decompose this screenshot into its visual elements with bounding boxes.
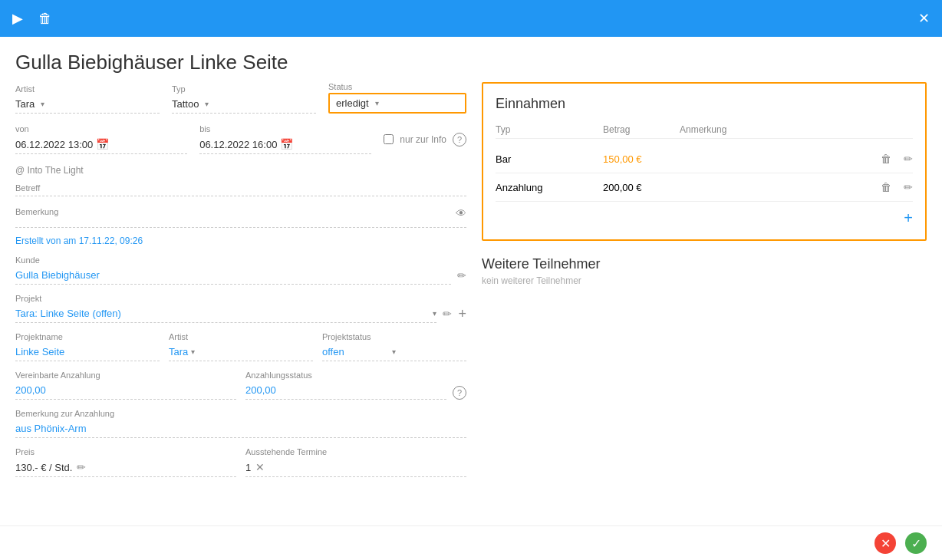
toolbar: ▶ 🗑 ✕ — [0, 0, 942, 37]
typ-label: Typ — [172, 84, 316, 94]
col-typ-header: Typ — [496, 124, 603, 135]
anzahlung-row: Vereinbarte Anzahlung 200,00 Anzahlungss… — [15, 371, 466, 400]
einnahmen-row-anzahlung: Anzahlung 200,00 € 🗑 ✏ — [496, 173, 913, 202]
einnahmen-betrag-anzahlung: 200,00 € — [603, 182, 680, 193]
page-title: Gulla Biebighäuser Linke Seite — [0, 37, 942, 82]
status-select[interactable]: erledigt offen storniert — [336, 97, 372, 109]
einnahmen-betrag-bar: 150,00 € — [603, 153, 680, 165]
projektstatus-arrow: ▾ — [392, 348, 396, 356]
ausstehende-value: 1 — [245, 462, 251, 473]
ausstehende-field: Ausstehende Termine 1 ✕ — [245, 447, 466, 477]
projektstatus-label: Projektstatus — [322, 332, 466, 341]
betreff-label: Betreff — [15, 183, 466, 196]
preis-row: Preis 130.- € / Std. ✏ Ausstehende Termi… — [15, 447, 466, 477]
keine-text: kein weiterer Teilnehmer — [482, 275, 927, 286]
ausstehende-label: Ausstehende Termine — [245, 447, 466, 456]
kunde-row: Gulla Biebighäuser ✏ — [15, 266, 466, 285]
bar-edit-icon[interactable]: ✏ — [904, 153, 913, 165]
send-icon[interactable]: ▶ — [12, 10, 23, 27]
left-panel: Artist Tara ▾ Typ Tattoo ▾ Status — [15, 82, 466, 525]
projektname-value: Linke Seite — [15, 343, 160, 361]
von-group: von 06.12.2022 13:00 📅 — [15, 124, 187, 154]
artist-projekt-field: Artist Tara ▾ — [169, 332, 313, 361]
von-value: 06.12.2022 13:00 📅 — [15, 135, 187, 154]
info-row: nur zur Info ? — [384, 133, 466, 147]
artist-group: Artist Tara ▾ — [15, 84, 160, 114]
delete-icon[interactable]: 🗑 — [38, 11, 52, 27]
einnahmen-actions-bar: 🗑 ✏ — [867, 153, 913, 165]
anzahlungsstatus-value: 200,00 — [245, 381, 446, 400]
anzahlungsstatus-field: Anzahlungsstatus 200,00 ? — [245, 371, 466, 400]
typ-dropdown-arrow: ▾ — [205, 100, 209, 108]
artist-dropdown-arrow: ▾ — [41, 100, 44, 108]
typ-value: Tattoo ▾ — [172, 95, 316, 114]
projekt-label: Projekt — [15, 294, 466, 303]
bis-label: bis — [199, 124, 371, 133]
vereinbarte-anzahlung-field: Vereinbarte Anzahlung 200,00 — [15, 371, 236, 400]
cancel-button[interactable]: ✕ — [874, 532, 896, 554]
confirm-button[interactable]: ✓ — [905, 532, 927, 554]
preis-edit-icon[interactable]: ✏ — [77, 461, 86, 473]
weitere-section: Weitere Teilnehmer kein weiterer Teilneh… — [482, 256, 927, 286]
nur-zur-info-checkbox[interactable] — [384, 134, 394, 144]
von-calendar-icon[interactable]: 📅 — [96, 138, 109, 150]
bottom-bar: ✕ ✓ — [0, 525, 942, 560]
eye-icon[interactable]: 👁 — [456, 207, 466, 219]
add-einnahmen-icon[interactable]: + — [904, 209, 913, 227]
projektstatus-select[interactable]: offen abgeschlossen — [322, 346, 389, 357]
anzahlung-edit-icon[interactable]: ✏ — [904, 181, 913, 193]
bemerkung-row: Bemerkung 👁 — [15, 207, 466, 219]
kunde-edit-icon[interactable]: ✏ — [457, 269, 466, 282]
einnahmen-header: Typ Betrag Anmerkung — [496, 121, 913, 139]
einnahmen-typ-anzahlung: Anzahlung — [496, 182, 603, 193]
artist-projekt-label: Artist — [169, 332, 313, 341]
status-label: Status — [328, 82, 466, 91]
kunde-label: Kunde — [15, 255, 466, 265]
bemerkung-label: Bemerkung — [15, 207, 456, 219]
main-container: Gulla Biebighäuser Linke Seite Artist Ta… — [0, 37, 942, 560]
col-actions-header — [867, 124, 913, 135]
artist-value: Tara ▾ — [15, 95, 160, 114]
projekt-row: Tara: Linke Seite (offen) ▾ ✏ + — [15, 305, 466, 323]
einnahmen-box: Einnahmen Typ Betrag Anmerkung Bar 150,0… — [482, 82, 927, 241]
bar-delete-icon[interactable]: 🗑 — [881, 153, 891, 165]
vereinbarte-anzahlung-label: Vereinbarte Anzahlung — [15, 371, 236, 380]
projektname-label: Projektname — [15, 332, 160, 341]
anzahlung-delete-icon[interactable]: 🗑 — [881, 181, 891, 193]
bemerkung-anzahlung-value: aus Phönix-Arm — [15, 420, 466, 438]
location-text: @ Into The Light — [15, 165, 466, 176]
typ-group: Typ Tattoo ▾ — [172, 84, 316, 114]
bis-calendar-icon[interactable]: 📅 — [280, 138, 293, 150]
von-label: von — [15, 124, 187, 133]
preis-label: Preis — [15, 447, 236, 456]
artist-projekt-arrow: ▾ — [191, 348, 195, 356]
bis-value: 06.12.2022 16:00 📅 — [199, 135, 371, 154]
status-group: Status erledigt offen storniert ▾ — [328, 82, 466, 114]
artist-projekt-value: Tara ▾ — [169, 343, 313, 361]
created-text: Erstellt von am 17.11.22, 09:26 — [15, 236, 466, 246]
anzahlungsstatus-label: Anzahlungsstatus — [245, 371, 446, 380]
projektstatus-field: Projektstatus offen abgeschlossen ▾ — [322, 332, 466, 361]
col-betrag-header: Betrag — [603, 124, 680, 135]
status-arrow: ▾ — [375, 99, 379, 107]
projekt-details-row: Projektname Linke Seite Artist Tara ▾ Pr… — [15, 332, 466, 361]
bemerkung-anzahlung-group: Bemerkung zur Anzahlung aus Phönix-Arm — [15, 409, 466, 438]
ausstehende-delete-icon[interactable]: ✕ — [255, 461, 265, 473]
einnahmen-actions-anzahlung: 🗑 ✏ — [867, 181, 913, 193]
bis-group: bis 06.12.2022 16:00 📅 — [199, 124, 371, 154]
col-anmerkung-header: Anmerkung — [680, 124, 867, 135]
einnahmen-row-bar: Bar 150,00 € 🗑 ✏ — [496, 145, 913, 173]
bemerkung-anzahlung-label: Bemerkung zur Anzahlung — [15, 409, 466, 418]
projekt-edit-icon[interactable]: ✏ — [443, 308, 452, 320]
einnahmen-typ-bar: Bar — [496, 153, 603, 165]
anzahlungsstatus-help-icon[interactable]: ? — [453, 386, 466, 400]
preis-field: Preis 130.- € / Std. ✏ — [15, 447, 236, 477]
projekt-add-icon[interactable]: + — [458, 306, 466, 322]
projektname-field: Projektname Linke Seite — [15, 332, 160, 361]
status-box[interactable]: erledigt offen storniert ▾ — [328, 93, 466, 114]
artist-label: Artist — [15, 84, 160, 94]
close-icon[interactable]: ✕ — [918, 10, 930, 27]
help-icon[interactable]: ? — [453, 133, 466, 147]
nur-zur-info-label: nur zur Info — [400, 134, 446, 145]
vereinbarte-anzahlung-value: 200,00 — [15, 381, 236, 400]
